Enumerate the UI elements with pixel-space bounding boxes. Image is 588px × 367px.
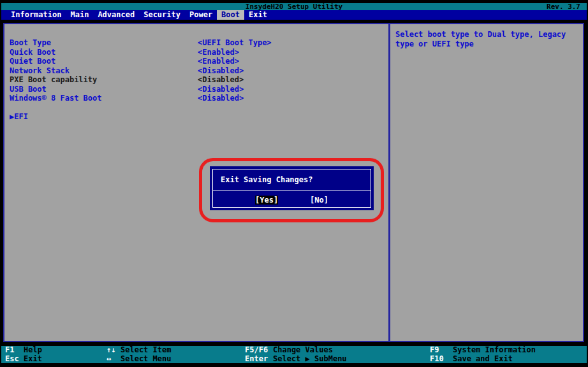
hotkey-f10-save-and-exit: F10Save and Exit: [430, 355, 536, 364]
hotkey-column: F1Help EscExit: [5, 346, 42, 363]
hotkey-enter-select-submenu: EnterSelect ▶ SubMenu: [245, 355, 347, 364]
tab-security[interactable]: Security: [139, 10, 185, 20]
setting-label: Windows® 8 Fast Boot: [10, 94, 102, 103]
setting-row-pxe-boot: PXE Boot capability <Disabled>: [10, 75, 388, 85]
hotkey-column: ↑↓Select Item ↔Select Menu: [107, 346, 171, 363]
setting-row-network-stack[interactable]: Network Stack <Disabled>: [10, 66, 388, 76]
setting-value: <Enabled>: [198, 57, 239, 66]
exit-dialog-frame: Exit Saving Changes? [Yes] [No]: [212, 169, 371, 208]
setting-label: Quick Boot: [10, 48, 55, 57]
hotkey-label: System Information: [453, 345, 536, 354]
tab-power[interactable]: Power: [185, 10, 217, 20]
hotkey-column: F9System Information F10Save and Exit: [430, 346, 536, 363]
hotkey-key: F1: [5, 346, 24, 355]
setting-label: USB Boot: [10, 85, 47, 94]
menu-bar: Information Main Advanced Security Power…: [1, 10, 587, 20]
setting-value: <Disabled>: [198, 66, 244, 75]
hotkey-key: Enter: [245, 355, 273, 364]
setting-value: <Enabled>: [198, 48, 239, 57]
hotkey-label: Select ▶ SubMenu: [273, 354, 347, 363]
exit-dialog: Exit Saving Changes? [Yes] [No]: [210, 166, 374, 210]
setting-value: <UEFI Boot Type>: [198, 38, 272, 47]
hotkey-f9-system-information: F9System Information: [430, 346, 536, 355]
title-bar: InsydeH20 Setup Utility Rev. 3.7: [1, 3, 587, 10]
yes-button[interactable]: [Yes]: [255, 196, 278, 205]
setting-value: <Disabled>: [198, 85, 244, 94]
hotkey-key: F9: [430, 346, 453, 355]
hotkey-column: F5/F6Change Values EnterSelect ▶ SubMenu: [245, 346, 347, 363]
tab-exit[interactable]: Exit: [244, 10, 272, 20]
hotkey-label: Select Menu: [121, 354, 171, 363]
hotkey-label: Help: [24, 345, 42, 354]
setting-label: Boot Type: [10, 38, 51, 47]
setting-row-quick-boot[interactable]: Quick Boot <Enabled>: [10, 48, 388, 57]
help-panel: Select boot type to Dual type, Legacy ty…: [389, 23, 584, 342]
bios-screen: InsydeH20 Setup Utility Rev. 3.7 Informa…: [0, 0, 588, 367]
hotkey-key: F10: [430, 355, 453, 364]
hotkey-select-menu: ↔Select Menu: [107, 355, 171, 364]
setting-label: PXE Boot capability: [10, 75, 97, 84]
setting-row-usb-boot[interactable]: USB Boot <Disabled>: [10, 85, 388, 94]
leftright-arrows-icon: ↔: [107, 355, 121, 364]
setting-row-quiet-boot[interactable]: Quiet Boot <Enabled>: [10, 57, 388, 66]
hotkey-key: F5/F6: [245, 346, 273, 355]
hotkey-label: Exit: [24, 354, 42, 363]
tab-boot[interactable]: Boot: [217, 10, 244, 20]
hotkey-label: Select Item: [121, 345, 171, 354]
updown-arrows-icon: ↑↓: [107, 346, 121, 355]
exit-dialog-buttons: [Yes] [No]: [213, 196, 371, 205]
setting-value: <Disabled>: [198, 75, 244, 84]
hotkey-select-item: ↑↓Select Item: [107, 346, 171, 355]
setting-label: Network Stack: [10, 66, 70, 75]
hotkey-bar: F1Help EscExit ↑↓Select Item ↔Select Men…: [1, 346, 587, 363]
tab-advanced[interactable]: Advanced: [93, 10, 139, 20]
setting-label: Quiet Boot: [10, 57, 55, 66]
submenu-label: EFI: [14, 112, 28, 121]
hotkey-f5f6-change-values: F5/F6Change Values: [245, 346, 347, 355]
setting-row-win8-fast-boot[interactable]: Windows® 8 Fast Boot <Disabled>: [10, 94, 388, 103]
page-title: InsydeH20 Setup Utility: [246, 3, 342, 10]
tab-main[interactable]: Main: [66, 10, 93, 20]
submenu-efi[interactable]: ▶EFI: [10, 112, 388, 122]
tab-information[interactable]: Information: [6, 10, 66, 20]
hotkey-key: Esc: [5, 355, 24, 364]
setting-value: <Disabled>: [198, 94, 244, 103]
exit-dialog-divider: [213, 191, 371, 191]
hotkey-esc-exit: EscExit: [5, 355, 42, 364]
help-panel-text: Select boot type to Dual type, Legacy ty…: [390, 24, 583, 48]
revision-label: Rev. 3.7: [547, 3, 580, 10]
settings-list: Boot Type <UEFI Boot Type> Quick Boot <E…: [4, 24, 388, 121]
hotkey-label: Change Values: [273, 345, 333, 354]
no-button[interactable]: [No]: [310, 196, 328, 205]
hotkey-f1-help: F1Help: [5, 346, 42, 355]
setting-row-boot-type[interactable]: Boot Type <UEFI Boot Type>: [10, 38, 388, 48]
hotkey-label: Save and Exit: [453, 354, 513, 363]
exit-dialog-title: Exit Saving Changes?: [213, 169, 371, 184]
